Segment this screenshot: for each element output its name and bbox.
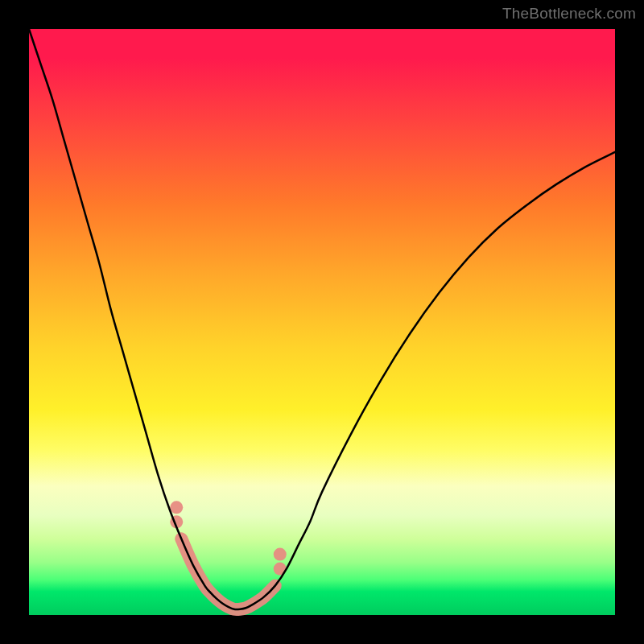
watermark-text: TheBottleneck.com (502, 5, 636, 23)
chart-frame: TheBottleneck.com (0, 0, 644, 644)
chart-plot-area (29, 29, 615, 615)
svg-point-0 (170, 501, 183, 514)
bottleneck-curve (29, 29, 615, 609)
svg-point-2 (274, 548, 287, 561)
bottleneck-chart (29, 29, 615, 615)
